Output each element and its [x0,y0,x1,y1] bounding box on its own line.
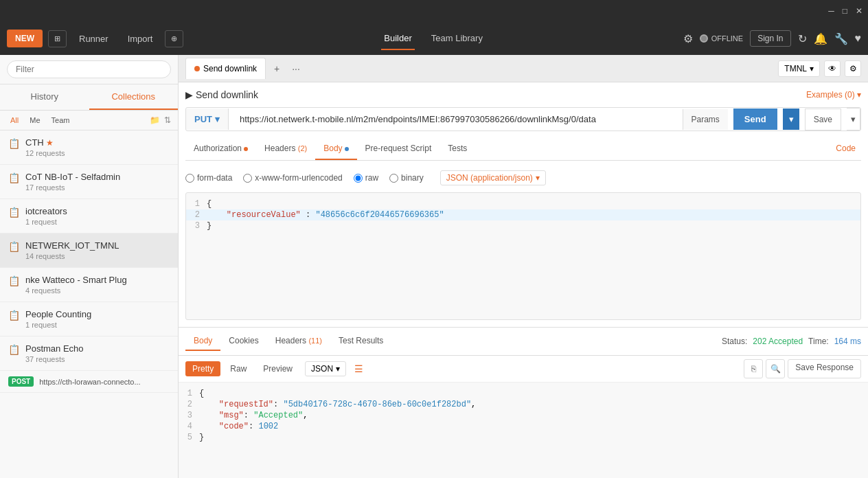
resp-headers-tab[interactable]: Headers (11) [267,332,330,351]
team-library-tab[interactable]: Team Library [429,27,486,50]
preview-format-tab[interactable]: Preview [256,361,299,376]
body-tab[interactable]: Body [315,138,356,160]
heart-icon[interactable]: ♥ [855,32,862,45]
wrench-icon[interactable]: 🔧 [834,32,848,45]
resp-line-3: 3 "msg": "Accepted", [179,410,868,421]
workspace-dropdown[interactable]: TMNL ▾ [778,60,820,77]
send-dropdown-button[interactable]: ▾ [783,109,799,130]
collection-item-iotcreators[interactable]: 📋 iotcreators 1 request [0,199,178,234]
code-line-2: 2 "resourceValue" : "48656c6c6f204465766… [186,209,860,220]
collection-item-cth[interactable]: 📋 CTH ★ 12 requests [0,130,178,165]
history-tab[interactable]: History [0,84,89,110]
binary-radio[interactable]: binary [389,173,424,183]
sync-icon[interactable]: ↻ [798,32,807,45]
resp-test-results-tab[interactable]: Test Results [330,332,391,351]
resp-type-label: JSON [311,364,333,374]
collection-meta: 14 requests [25,252,170,260]
filter-input[interactable] [7,60,171,78]
copy-response-button[interactable]: ⎘ [744,359,763,378]
sidebar-tabs: History Collections [0,84,178,111]
url-input[interactable] [234,109,677,130]
binary-label: binary [401,173,424,183]
collection-meta: 1 request [25,321,170,329]
new-button[interactable]: NEW [7,30,43,47]
collection-info: CTH ★ 12 requests [25,137,170,157]
resp-body-tab[interactable]: Body [185,332,220,351]
builder-tab[interactable]: Builder [381,27,414,50]
examples-link[interactable]: Examples (0) ▾ [806,90,861,100]
new-tab-icon[interactable]: ⊕ [165,30,183,47]
collection-item-netwerk[interactable]: 📋 NETWERK_IOT_TMNL 14 requests [0,234,178,268]
auth-dot [244,147,248,151]
collection-info: Postman Echo 37 requests [25,343,170,363]
code-line-1: 1 { [186,198,860,209]
method-selector[interactable]: PUT ▾ [186,109,229,130]
collection-item-nke[interactable]: 📋 nke Watteco - Smart Plug 4 requests [0,268,178,302]
toolbar-right: ⚙ OFFLINE Sign In ↻ 🔔 🔧 ♥ [683,30,861,47]
time-label: Time: [808,337,829,346]
save-dropdown-button[interactable]: ▾ [847,108,860,130]
folder-icon: 📋 [8,344,20,355]
collection-info: CoT NB-IoT - Selfadmin 17 requests [25,172,170,192]
workspace-name: TMNL [784,64,807,73]
collections-tab[interactable]: Collections [89,84,179,110]
send-button[interactable]: Send [733,109,777,130]
response-format-toolbar: Pretty Raw Preview JSON ▾ ☰ ⎘ 🔍 Save Res… [179,356,868,383]
titlebar: ─ □ ✕ [0,0,868,22]
resp-cookies-tab[interactable]: Cookies [220,332,266,351]
collection-info: People Counting 1 request [25,309,170,329]
close-button[interactable]: ✕ [856,6,863,16]
pretty-format-tab[interactable]: Pretty [185,361,220,376]
response-type-selector[interactable]: JSON ▾ [305,361,346,376]
minimize-button[interactable]: ─ [828,6,834,16]
folder-icon: 📋 [8,172,20,183]
authorization-tab[interactable]: Authorization [185,138,256,160]
json-type-selector[interactable]: JSON (application/json) ▾ [440,170,546,185]
code-link[interactable]: Code [830,138,861,160]
headers-tab[interactable]: Headers (2) [256,138,315,160]
runner-button[interactable]: Runner [72,30,115,47]
settings-icon[interactable]: ⚙ [683,32,693,45]
collection-item-postman[interactable]: 📋 Postman Echo 37 requests [0,337,178,371]
response-body: 1 { 2 "requestId": "5db40176-728c-4670-8… [179,383,868,478]
wrap-icon[interactable]: ☰ [354,363,363,374]
new-folder-icon[interactable]: 📁 [150,115,160,125]
tests-tab[interactable]: Tests [439,138,475,160]
collection-item-people[interactable]: 📋 People Counting 1 request [0,302,178,337]
filter-team[interactable]: Team [48,115,73,126]
gear-icon[interactable]: ⚙ [845,60,861,77]
collection-meta: 1 request [25,218,170,226]
collection-meta: 17 requests [25,183,170,192]
sort-icon[interactable]: ⇅ [164,115,171,125]
raw-radio[interactable]: raw [354,173,378,183]
urlencoded-radio[interactable]: x-www-form-urlencoded [243,173,342,183]
request-tab-send-downlink[interactable]: Send downlink [185,58,266,79]
form-data-radio[interactable]: form-data [185,173,232,183]
save-button[interactable]: Save [805,109,841,130]
save-response-button[interactable]: Save Response [788,359,861,378]
params-button[interactable]: Params [683,109,728,130]
search-response-button[interactable]: 🔍 [766,359,785,378]
request-body-editor[interactable]: 1 { 2 "resourceValue" : "48656c6c6f20446… [185,192,861,320]
resp-line-5: 5 } [179,432,868,443]
pre-request-tab[interactable]: Pre-request Script [357,138,440,160]
layout-icon[interactable]: ⊞ [48,30,67,47]
collection-meta: 12 requests [25,149,170,157]
sign-in-button[interactable]: Sign In [750,30,790,47]
collection-name: Postman Echo [25,343,170,354]
filter-all[interactable]: All [7,115,22,126]
body-types: form-data x-www-form-urlencoded raw bina… [185,166,861,190]
add-tab-button[interactable]: + [269,60,285,77]
tab-label: Send downlink [203,64,257,73]
collection-item-cot[interactable]: 📋 CoT NB-IoT - Selfadmin 17 requests [0,165,178,199]
eye-icon[interactable]: 👁 [824,60,841,77]
notification-icon[interactable]: 🔔 [814,32,827,45]
collection-meta: 4 requests [25,286,170,295]
filter-me[interactable]: Me [26,115,43,126]
collection-name: NETWERK_IOT_TMNL [25,240,170,251]
raw-format-tab[interactable]: Raw [223,361,253,376]
maximize-button[interactable]: □ [843,6,847,16]
import-button[interactable]: Import [121,30,160,47]
post-request-item[interactable]: POST https://cth-lorawan-connecto... [0,371,178,393]
more-tabs-button[interactable]: ··· [288,60,304,77]
